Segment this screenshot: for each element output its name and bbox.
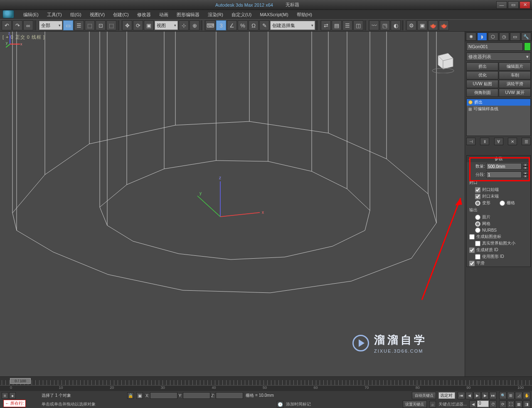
amount-down[interactable]: ▼ (523, 166, 528, 170)
show-end-button[interactable]: Ⅱ (480, 138, 489, 145)
lock-selection-button[interactable]: 🔒 (127, 392, 134, 399)
use-shape-checkbox[interactable] (475, 254, 480, 260)
current-frame-field[interactable]: 0 (477, 401, 489, 407)
segs-up[interactable]: ▲ (523, 171, 528, 175)
rollout-header[interactable]: 参数 (467, 156, 530, 162)
select-object-button[interactable]: ▭ (63, 20, 73, 30)
autokey-button[interactable]: 自动关键点 (412, 392, 436, 399)
smooth-checkbox[interactable] (469, 261, 475, 266)
object-color-swatch[interactable] (524, 42, 531, 51)
isolate-button[interactable]: ▣ (136, 392, 143, 399)
macro-rec-button[interactable]: ● (9, 392, 16, 399)
play-button[interactable]: ▶ (473, 392, 481, 399)
select-region-button[interactable]: ⬚ (85, 20, 95, 30)
move-button[interactable]: ✥ (122, 20, 132, 30)
zoom-button[interactable]: 🔍 (499, 392, 507, 399)
redo-button[interactable]: ↷ (12, 20, 22, 30)
ref-coord-dropdown[interactable]: 视图 (155, 21, 178, 30)
render-prod-button[interactable]: 🫖 (439, 20, 449, 30)
goto-end-button[interactable]: ⏭ (489, 392, 497, 399)
viewcube[interactable] (431, 48, 456, 73)
frame-indicator[interactable]: 0 / 100 (10, 378, 31, 384)
percent-snap-button[interactable]: % (238, 20, 248, 30)
curve-editor-button[interactable]: 〰 (369, 20, 379, 30)
selected-set-field[interactable]: 选定对 (438, 392, 455, 399)
paint-select-button[interactable]: ⬚ (106, 20, 116, 30)
key-icon[interactable]: ⌕ (429, 401, 436, 408)
setkey-button[interactable]: 设置关键点 (403, 401, 427, 408)
keyboard-shortcut-button[interactable]: ⌨ (205, 20, 215, 30)
tab-motion[interactable]: ◷ (499, 32, 510, 41)
menu-customize[interactable]: 自定义(U) (227, 11, 256, 19)
fov-button[interactable]: ◿ (515, 392, 522, 399)
minimize-button[interactable]: — (496, 1, 507, 9)
align-button[interactable]: ▤ (332, 20, 342, 30)
app-icon[interactable] (2, 10, 14, 18)
close-button[interactable]: ✕ (520, 1, 530, 9)
schematic-button[interactable]: ◳ (380, 20, 390, 30)
scale-button[interactable]: ▣ (144, 20, 154, 30)
btn-uvwmap[interactable]: UVW 贴图 (466, 80, 498, 88)
segments-spinner[interactable]: 1 (486, 171, 522, 178)
mesh-radio[interactable] (475, 221, 480, 227)
maximize-viewport-button[interactable]: ⛶ (507, 401, 515, 408)
menu-create[interactable]: 创建(C) (109, 11, 133, 19)
manipulate-button[interactable]: ⊕ (190, 20, 200, 30)
selection-filter-dropdown[interactable]: 全部 (39, 21, 62, 30)
patch-radio[interactable] (475, 215, 480, 220)
menu-group[interactable]: 组(G) (66, 11, 86, 19)
cap-start-checkbox[interactable] (475, 187, 480, 193)
tab-display[interactable]: ▭ (510, 32, 520, 41)
zoom-all-button[interactable]: ⊞ (507, 392, 515, 399)
realworld-checkbox[interactable] (475, 241, 480, 246)
gen-mat-checkbox[interactable] (469, 247, 475, 253)
render-frame-button[interactable]: ▣ (417, 20, 427, 30)
menu-render[interactable]: 渲染(R) (204, 11, 227, 19)
stack-item-editable-spline[interactable]: ⊞可编辑样条线 (467, 106, 530, 112)
menu-modifiers[interactable]: 修改器 (133, 11, 155, 19)
grid-radio[interactable] (500, 200, 505, 206)
time-tag-button[interactable]: 🕓 (277, 401, 283, 408)
gen-map-checkbox[interactable] (469, 234, 475, 240)
expand-icon[interactable]: ⊞ (468, 107, 472, 111)
tab-modify[interactable]: ◗ (477, 32, 488, 41)
btn-bevelprofile[interactable]: 倒角剖面 (466, 89, 498, 97)
viewport[interactable]: [ + 0 正交 0 线框 ] (0, 32, 465, 376)
rotate-button[interactable]: ⟳ (133, 20, 143, 30)
layers-button[interactable]: ☰ (342, 20, 352, 30)
btn-turbosmooth[interactable]: 涡轮平滑 (499, 80, 531, 88)
maximize-button[interactable]: ▭ (508, 1, 519, 9)
z-coord-field[interactable] (216, 392, 243, 399)
menu-graph[interactable]: 图形编辑器 (172, 11, 204, 19)
tab-utilities[interactable]: 🔧 (521, 32, 532, 41)
next-frame-button[interactable]: ▶ (481, 392, 489, 399)
tab-create[interactable]: ✺ (466, 32, 476, 41)
add-time-tag[interactable]: 添加时间标记 (286, 401, 311, 407)
angle-snap-button[interactable]: ∠ (227, 20, 237, 30)
menu-edit[interactable]: 编辑(E) (19, 11, 43, 19)
use-pivot-button[interactable]: ⊹ (179, 20, 189, 30)
key-prev-button[interactable]: ◀ (469, 401, 477, 408)
key-filter-button[interactable]: 关键点过滤器... (438, 401, 467, 407)
goto-start-button[interactable]: ⏮ (458, 392, 465, 399)
edit-named-sel-button[interactable]: ✎ (259, 20, 269, 30)
pan-button[interactable]: ✋ (523, 392, 530, 399)
link-button[interactable]: ∞ (23, 20, 33, 30)
render-button[interactable]: 🫖 (428, 20, 438, 30)
amount-up[interactable]: ▲ (523, 163, 528, 166)
modifier-stack[interactable]: 挤出 ⊞可编辑样条线 (466, 99, 531, 136)
render-setup-button[interactable]: ⚙ (406, 20, 416, 30)
window-crossing-button[interactable]: ⊡ (96, 20, 106, 30)
btn-extrude[interactable]: 挤出 (466, 62, 498, 71)
undo-button[interactable]: ↶ (2, 20, 12, 30)
zoom-ext-button[interactable]: ▦ (515, 401, 522, 408)
material-editor-button[interactable]: ◐ (391, 20, 401, 30)
amount-spinner[interactable]: 500.0mm (486, 163, 522, 170)
mirror-button[interactable]: ⇄ (321, 20, 331, 30)
snap-toggle-button[interactable]: 3 (216, 20, 226, 30)
pin-stack-button[interactable]: ⊣ (466, 138, 475, 145)
btn-uvwunwrap[interactable]: UVW 展开 (499, 89, 531, 97)
time-slider[interactable]: 0 / 100 (0, 377, 532, 385)
time-config-button[interactable]: ⏱ (489, 401, 497, 408)
stack-item-extrude[interactable]: 挤出 (467, 99, 530, 106)
